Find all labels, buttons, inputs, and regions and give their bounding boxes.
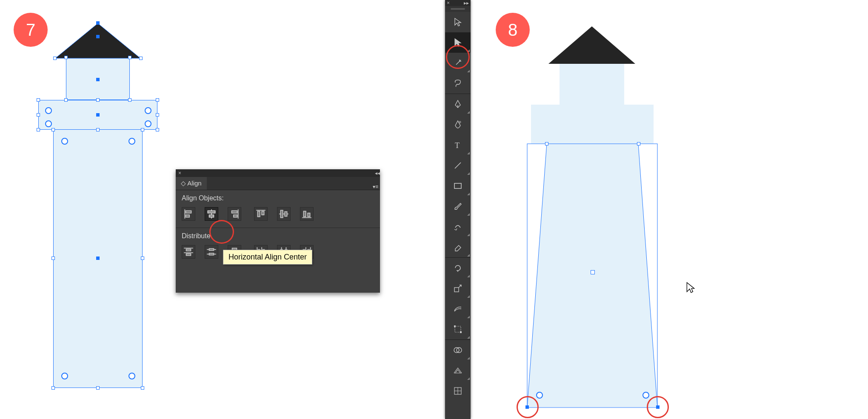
handle[interactable]	[637, 142, 640, 145]
handle[interactable]	[96, 21, 100, 25]
rotate-tool[interactable]	[445, 258, 471, 278]
live-corner-widget[interactable]	[128, 373, 135, 379]
handle[interactable]	[128, 56, 131, 59]
handle[interactable]	[96, 386, 100, 390]
live-corner-widget[interactable]	[61, 138, 68, 145]
align-panel[interactable]: × ◂◂ ◇ Align ▾≡ Align Objects: Distribut…	[176, 169, 380, 293]
handle[interactable]	[141, 128, 144, 131]
handle[interactable]	[96, 35, 100, 38]
tab-align[interactable]: ◇ Align	[176, 177, 207, 190]
panel-menu-icon[interactable]: ▾≡	[373, 184, 378, 190]
handle[interactable]	[141, 386, 144, 390]
align-top-button[interactable]	[254, 207, 268, 221]
handle[interactable]	[141, 257, 144, 260]
mesh-tool[interactable]	[445, 381, 471, 401]
handle[interactable]	[128, 98, 131, 102]
live-corner-widget[interactable]	[145, 107, 151, 114]
tab-prefix-icon: ◇	[181, 180, 187, 187]
flyout-indicator-icon	[467, 152, 470, 154]
handle[interactable]	[96, 113, 100, 117]
svg-rect-9	[234, 215, 237, 217]
eraser-tool[interactable]	[445, 237, 471, 257]
handle[interactable]	[64, 56, 68, 59]
type-tool[interactable]: T	[445, 135, 471, 155]
handle[interactable]	[37, 128, 40, 131]
align-left-button[interactable]	[182, 207, 195, 221]
align-right-button[interactable]	[228, 207, 241, 221]
flyout-indicator-icon	[467, 234, 470, 236]
flyout-indicator-icon	[467, 275, 470, 277]
handle[interactable]	[96, 128, 100, 131]
panel-header[interactable]: × ◂◂	[176, 169, 380, 177]
handle[interactable]	[37, 98, 40, 102]
svg-rect-2	[186, 211, 191, 213]
handle[interactable]	[156, 98, 159, 102]
lasso-tool[interactable]	[445, 73, 471, 94]
handle[interactable]	[545, 142, 548, 145]
close-icon[interactable]: ×	[447, 0, 450, 6]
live-corner-widget[interactable]	[61, 373, 68, 379]
line-segment-tool[interactable]	[445, 155, 471, 176]
live-corner-widget[interactable]	[45, 107, 52, 114]
toolbar-header[interactable]: × ▸▸	[445, 0, 471, 6]
handle[interactable]	[139, 57, 143, 60]
svg-rect-50	[454, 183, 461, 188]
step-badge-8: 8	[496, 13, 530, 47]
handle[interactable]	[51, 128, 55, 131]
width-tool[interactable]	[445, 299, 471, 319]
collapse-icon[interactable]: ◂◂	[375, 170, 380, 176]
align-horizontal-group	[182, 207, 241, 221]
align-bottom-button[interactable]	[300, 207, 314, 221]
live-corner-widget[interactable]	[128, 138, 135, 145]
selection-tool[interactable]	[445, 12, 471, 32]
flyout-indicator-icon	[467, 213, 470, 216]
flyout-indicator-icon	[467, 295, 470, 298]
trapezoid-selection	[527, 143, 659, 409]
lantern-shape-right	[560, 63, 624, 105]
live-corner-widget[interactable]	[642, 392, 649, 399]
pen-tool[interactable]	[445, 94, 471, 114]
live-corner-widget[interactable]	[536, 392, 543, 399]
direct-selection-highlight	[446, 45, 470, 69]
handle[interactable]	[96, 98, 100, 102]
step-badge-7: 7	[14, 13, 48, 47]
handle[interactable]	[37, 113, 40, 117]
tooltip-text: Horizontal Align Center	[228, 253, 307, 261]
perspective-grid-tool[interactable]	[445, 360, 471, 381]
free-transform-tool[interactable]	[445, 319, 471, 339]
rectangle-tool[interactable]	[445, 176, 471, 196]
paintbrush-tool[interactable]	[445, 196, 471, 217]
align-v-center-button[interactable]	[277, 207, 291, 221]
shaper-tool[interactable]	[445, 217, 471, 237]
svg-rect-6	[209, 215, 214, 217]
flyout-indicator-icon	[467, 377, 470, 380]
scale-tool[interactable]	[445, 278, 471, 299]
shape-builder-tool[interactable]	[445, 340, 471, 360]
expand-icon[interactable]: ▸▸	[464, 0, 469, 6]
live-corner-widget[interactable]	[45, 120, 52, 127]
handle[interactable]	[96, 257, 100, 260]
svg-marker-0	[55, 23, 140, 58]
live-corner-widget[interactable]	[145, 120, 151, 127]
balcony-shape-right	[531, 105, 654, 144]
dist-v-center-button[interactable]	[205, 245, 218, 259]
handle[interactable]	[156, 113, 159, 117]
tooltip-align-h-center: Horizontal Align Center	[223, 250, 312, 265]
svg-rect-51	[454, 288, 459, 292]
toolbar-grip[interactable]	[445, 6, 471, 12]
handle[interactable]	[156, 128, 159, 131]
dist-top-button[interactable]	[182, 245, 195, 259]
handle[interactable]	[53, 57, 57, 60]
svg-line-63	[638, 144, 657, 408]
svg-text:T: T	[455, 141, 460, 150]
center-handle[interactable]	[591, 270, 595, 274]
handle[interactable]	[64, 98, 68, 102]
handle[interactable]	[51, 257, 55, 260]
curvature-tool[interactable]	[445, 114, 471, 135]
close-icon[interactable]: ×	[178, 170, 181, 176]
svg-rect-24	[209, 248, 214, 250]
align-h-center-button[interactable]	[205, 207, 218, 221]
flyout-indicator-icon	[467, 172, 470, 175]
handle[interactable]	[96, 78, 100, 81]
handle[interactable]	[51, 386, 55, 390]
